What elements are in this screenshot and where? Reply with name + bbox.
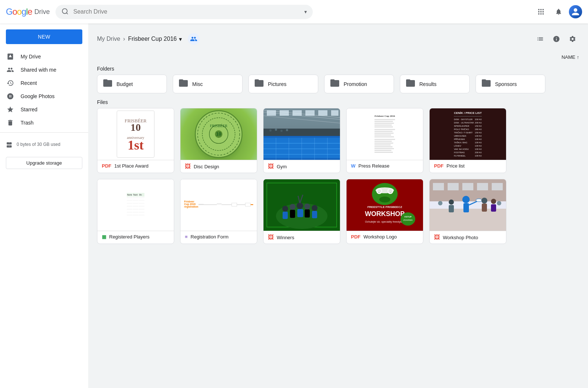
svg-text:1st: 1st: [128, 138, 144, 152]
file-registered-players[interactable]: NameTeamDiv: [97, 179, 174, 244]
file-gym[interactable]: 🖼 Gym: [263, 108, 340, 173]
svg-rect-32: [331, 110, 338, 116]
notifications-button[interactable]: [551, 4, 566, 19]
file-name-gym: Gym: [277, 164, 287, 169]
svg-text:WORKSHOP: WORKSHOP: [365, 210, 405, 218]
svg-point-53: [290, 204, 295, 210]
google-drive-logo[interactable]: Google Drive: [6, 7, 50, 17]
sort-header: NAME ↑: [97, 54, 579, 60]
sidebar-item-recent[interactable]: Recent: [0, 76, 82, 90]
trash-label: Trash: [21, 120, 33, 126]
folder-icon-results: [406, 79, 415, 89]
search-dropdown-icon[interactable]: ▾: [304, 9, 307, 15]
svg-rect-8: [538, 13, 539, 14]
sidebar-item-trash[interactable]: Trash: [0, 116, 82, 129]
breadcrumb-dropdown-icon[interactable]: ▾: [179, 36, 182, 43]
svg-rect-10: [542, 13, 544, 14]
folder-sponsors[interactable]: Sponsors: [476, 75, 545, 93]
svg-rect-96: [492, 183, 503, 190]
list-view-button[interactable]: [534, 32, 547, 46]
file-press-release[interactable]: Frisbeer Cup 2016: [346, 108, 423, 173]
sidebar-item-shared-with-me[interactable]: Shared with me: [0, 63, 82, 76]
file-thumbnail-gym: [263, 108, 340, 160]
file-1st-place-award[interactable]: FRISBÉER 10 anniversary 1st PDF 1st Plac…: [97, 108, 174, 173]
image-icon-gym: 🖼: [268, 163, 274, 170]
file-thumbnail-winners: [263, 179, 340, 231]
breadcrumb-parent[interactable]: My Drive: [97, 36, 120, 42]
file-name-press-release: Press Release: [358, 163, 390, 169]
file-disc-design[interactable]: FRISBÉER 10 🖼 Disc Design: [180, 108, 257, 173]
svg-rect-2: [538, 9, 539, 10]
shared-folder-icon[interactable]: [188, 33, 200, 45]
settings-button[interactable]: [566, 32, 579, 46]
sort-name-button[interactable]: NAME ↑: [562, 54, 579, 60]
folder-budget[interactable]: Budget: [97, 75, 167, 93]
file-registration-form[interactable]: Frisbeer Cup 2016 registration: [180, 179, 257, 244]
breadcrumb-separator: ›: [123, 36, 125, 42]
breadcrumb: My Drive › Frisbeer Cup 2016 ▾: [97, 32, 579, 46]
file-price-list[interactable]: CENÍK / PRICE LIST DISK - SKYSTLER200 Kč…: [429, 108, 506, 173]
svg-point-90: [438, 201, 442, 205]
svg-rect-56: [297, 209, 303, 217]
svg-point-59: [312, 205, 318, 211]
folder-name-pictures: Pictures: [268, 81, 287, 87]
file-name-price-list: Price list: [447, 163, 465, 169]
image-icon-disc-design: 🖼: [185, 163, 191, 170]
sidebar-item-google-photos[interactable]: Google Photos: [0, 90, 82, 103]
trash-icon: [6, 119, 15, 126]
svg-rect-85: [482, 204, 487, 212]
svg-point-69: [379, 197, 390, 202]
my-drive-icon: [6, 53, 15, 60]
folder-promotion[interactable]: Promotion: [324, 75, 394, 93]
svg-point-57: [304, 204, 310, 209]
google-photos-label: Google Photos: [21, 93, 55, 99]
svg-rect-7: [542, 11, 544, 12]
starred-icon: [6, 106, 15, 113]
folders-section-label: Folders: [97, 66, 579, 72]
svg-rect-87: [449, 205, 454, 212]
new-button[interactable]: NEW: [6, 29, 82, 44]
file-info-1st-place-award: PDF 1st Place Award: [97, 160, 174, 172]
svg-text:10: 10: [130, 122, 141, 133]
file-name-1st-place-award: 1st Place Award: [114, 163, 148, 169]
svg-rect-28: [280, 110, 289, 116]
svg-rect-95: [477, 183, 488, 190]
sidebar-item-starred[interactable]: Starred: [0, 103, 82, 116]
svg-point-84: [481, 198, 487, 204]
my-drive-label: My Drive: [21, 54, 41, 60]
svg-rect-3: [540, 9, 541, 10]
shared-with-me-icon: [6, 66, 15, 73]
file-workshop-logo[interactable]: FREESTYLE FRISBEECZ WORKSHOP Ochutejte v…: [346, 179, 423, 244]
file-info-workshop-photo: 🖼 Workshop Photo: [430, 231, 506, 244]
svg-rect-5: [538, 11, 539, 12]
folder-name-misc: Misc: [192, 81, 203, 87]
apps-grid-button[interactable]: [534, 4, 548, 19]
sidebar-item-my-drive[interactable]: My Drive: [0, 50, 82, 63]
header-actions: [534, 4, 582, 19]
breadcrumb-current: Frisbeer Cup 2016 ▾: [128, 36, 182, 43]
search-bar: ▾: [55, 5, 313, 19]
svg-rect-58: [305, 209, 310, 218]
svg-point-47: [286, 129, 288, 131]
svg-rect-29: [293, 110, 302, 116]
folder-icon-sponsors: [482, 79, 491, 89]
folder-results[interactable]: Results: [400, 75, 470, 93]
folder-misc[interactable]: Misc: [173, 75, 243, 93]
file-winners[interactable]: 🖼 Winners: [263, 179, 340, 244]
svg-text:FRISBÉER: FRISBÉER: [210, 124, 227, 128]
search-input[interactable]: [73, 8, 301, 15]
svg-point-80: [462, 196, 470, 203]
file-info-registration-form: ≡ Registration Form: [180, 231, 257, 242]
svg-rect-94: [462, 183, 473, 190]
info-button[interactable]: [550, 32, 563, 46]
file-workshop-photo[interactable]: 🖼 Workshop Photo: [429, 179, 506, 244]
svg-point-70: [376, 187, 394, 193]
folder-pictures[interactable]: Pictures: [248, 75, 318, 93]
breadcrumb-actions: [534, 32, 579, 46]
svg-rect-92: [433, 183, 444, 190]
recent-label: Recent: [21, 80, 37, 86]
header: Google Drive ▾: [0, 0, 588, 24]
upgrade-storage-button[interactable]: Upgrade storage: [6, 157, 82, 169]
svg-rect-27: [267, 110, 276, 116]
user-avatar[interactable]: [569, 5, 582, 18]
